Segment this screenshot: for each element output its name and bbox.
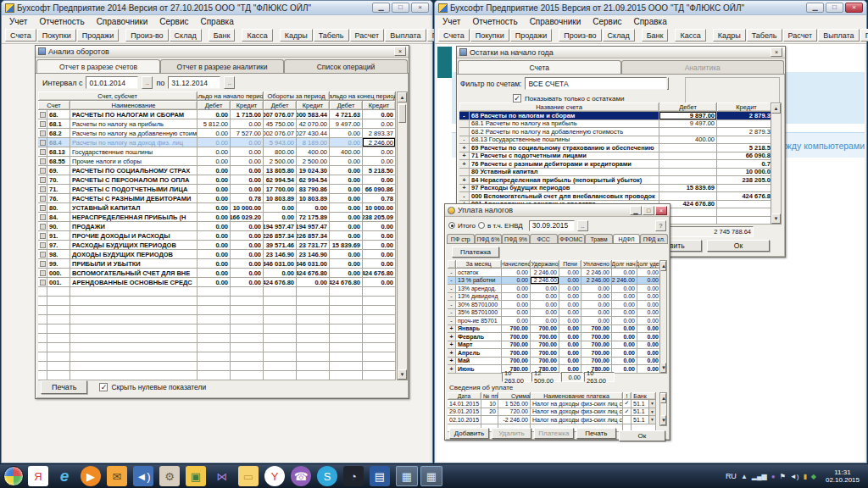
table-row[interactable]: -68.13 Государственные пошлины400.00 [459, 136, 776, 145]
period-date-input[interactable]: 30.09.2015 [529, 220, 575, 231]
table-row[interactable]: 99.ПРИБЫЛИ И УБЫТКИ0.000.00346 031.00346… [38, 259, 397, 269]
close-icon[interactable]: × [394, 47, 406, 56]
table-row[interactable]: 68.4Расчеты по налогу на доход физ. лиц0… [38, 138, 397, 147]
row-expander[interactable]: + [448, 358, 456, 366]
hide-zero-checkbox[interactable]: ✓ [99, 383, 108, 391]
tab-ПФ стр[interactable]: ПФ стр [447, 234, 475, 243]
delete-button[interactable]: Удалить [492, 428, 531, 439]
row-expander[interactable]: + [448, 333, 456, 341]
table-row[interactable]: -проч-ие 857010.000.000.000.000.000.00 [448, 317, 661, 325]
scroll-down-icon[interactable]: ▼ [771, 214, 781, 224]
toolbar-button[interactable]: Табель [314, 29, 349, 42]
toolbar-button[interactable]: Выплата [818, 29, 859, 42]
row-expander[interactable] [38, 222, 47, 231]
menu-item[interactable]: Справка [627, 17, 672, 26]
accounts-filter-select[interactable]: ВСЕ СЧЕТА [525, 77, 667, 90]
tab-analytics-report[interactable]: Отчет в разрезе аналитики [160, 59, 284, 73]
table-row[interactable]: -13 % работни0.002 246.000.002 246.00-2 … [448, 277, 661, 286]
row-expander[interactable]: + [459, 160, 470, 169]
toolbar-button[interactable]: Выплата [385, 29, 426, 42]
row-expander[interactable]: - [448, 269, 456, 277]
buhsoft-2014-taskbar-button[interactable]: ▦ [396, 466, 418, 486]
network-icon[interactable]: ▂▄▆ [752, 473, 767, 480]
folder-shield-icon[interactable]: ▣ [186, 466, 206, 486]
volume-mixer-icon[interactable]: ◄) [133, 466, 153, 486]
scroll-down-icon[interactable]: ▼ [660, 363, 666, 373]
add-button[interactable]: Добавить [449, 428, 489, 439]
row-expander[interactable] [38, 250, 47, 259]
tab-НДФЛ[interactable]: НДФЛ [613, 234, 641, 243]
dialog-titlebar[interactable]: Уплата налогов ▁ □ × [445, 204, 670, 217]
row-expander[interactable]: + [459, 144, 470, 152]
table-row[interactable]: 000.ВСПОМОГАТЕЛЬНЫЙ СЧЕТ ДЛЯ ВНЕ0.000.00… [38, 269, 397, 278]
row-expander[interactable] [38, 259, 47, 269]
toolbar-button[interactable]: Счета [438, 29, 470, 42]
menu-item[interactable]: Отчетность [33, 17, 90, 26]
toolbar-button[interactable]: Банк [642, 29, 669, 42]
chevron-down-icon[interactable]: ▼ [648, 416, 655, 424]
table-row[interactable]: +Апрель700.00700.000.00700.000.000.00 [448, 349, 661, 358]
minimize-button[interactable]: ▁ [630, 206, 642, 215]
table-row[interactable]: +97 Расходы будущих периодов15 839.69 [459, 185, 776, 193]
toolbar-button[interactable]: Банк [209, 29, 236, 42]
row-expander[interactable]: + [448, 365, 456, 374]
table-row[interactable]: 97.РАСХОДЫ БУДУЩИХ ПЕРИОДОВ0.000.0039 57… [38, 241, 397, 250]
minimize-button[interactable]: ▁ [372, 3, 390, 13]
row-expander[interactable]: - [459, 136, 470, 145]
toolbar-button[interactable]: Склад [170, 29, 202, 42]
tab-ПФД 9%[interactable]: ПФД 9% [502, 234, 530, 243]
minimize-button[interactable]: ▁ [806, 3, 824, 13]
table-row[interactable]: 71.РАСЧЕТЫ С ПОДОТЧЕТНЫМИ ЛИЦА0.000.0017… [38, 185, 397, 194]
tab-accounts[interactable]: Счета [458, 60, 621, 74]
close-button[interactable]: × [655, 206, 667, 215]
row-expander[interactable] [38, 278, 47, 287]
battery-icon[interactable]: ▮ [803, 473, 806, 480]
tab-operations-list[interactable]: Список операций [284, 59, 408, 73]
menu-item[interactable]: Справка [194, 17, 239, 26]
window-titlebar[interactable]: Бухсофт Предприятие 2015 Версия от 21.09… [435, 1, 866, 15]
bank-select[interactable]: 51.1▼ [632, 400, 656, 408]
table-row[interactable]: +Февраль700.00700.000.00700.000.000.00 [448, 333, 661, 341]
table-row[interactable]: 70.РАСЧЕТЫ С ПЕРСОНАЛОМ ПО ОПЛА0.000.006… [38, 175, 397, 185]
row-expander[interactable] [38, 194, 47, 203]
scroll-thumb[interactable] [398, 104, 406, 123]
total-radio[interactable] [448, 222, 455, 229]
buhsoft-2015-taskbar-button[interactable]: ▦ [420, 466, 442, 486]
paid-checkbox[interactable] [623, 416, 632, 424]
start-button[interactable] [3, 466, 24, 486]
date-from-input[interactable]: 01.01.2014 [86, 76, 138, 89]
table-row[interactable]: +76 Расчеты с разными дебиторами и креди… [459, 160, 776, 169]
row-expander[interactable] [459, 169, 470, 177]
scroll-up-icon[interactable]: ▲ [771, 103, 781, 114]
table-row[interactable]: 76.РАСЧЕТЫ С РАЗНЫМИ ДЕБИТОРАМИ0.000.781… [38, 194, 397, 203]
menu-item[interactable]: Отчетность [466, 17, 523, 26]
payment-order-button-2[interactable]: Платежка [534, 428, 574, 439]
close-button[interactable]: × [411, 3, 429, 13]
dialog-titlebar[interactable]: Остатки на начало года × [457, 47, 785, 58]
row-expander[interactable]: - [448, 277, 456, 286]
menu-item[interactable]: Сервис [153, 17, 194, 26]
vertical-scrollbar[interactable]: ▲ ▼ [659, 392, 667, 426]
print-button[interactable]: Печать [41, 380, 87, 394]
antivirus-icon[interactable]: ◆ [811, 473, 816, 480]
only-balances-checkbox[interactable]: ✓ [513, 94, 521, 103]
row-expander[interactable] [459, 128, 470, 136]
date-from-picker-button[interactable]: .. [142, 76, 153, 89]
clock[interactable]: 11:31 02.10.2015 [821, 469, 865, 484]
date-to-picker-button[interactable]: .. [224, 76, 235, 89]
row-expander[interactable]: + [448, 325, 456, 334]
toolbar-button[interactable]: Счета [5, 29, 36, 42]
explorer-folder-icon[interactable]: ▭ [238, 466, 259, 486]
scroll-up-icon[interactable]: ▲ [398, 92, 407, 103]
toolbar-button[interactable]: Табель [747, 29, 782, 42]
dialog-titlebar[interactable]: Анализ оборотов × [36, 46, 409, 58]
ok-button[interactable]: Ок [619, 430, 665, 441]
toolbar-button[interactable]: Платежи [860, 29, 868, 42]
tab-accounts-report[interactable]: Отчет в разрезе счетов [36, 59, 160, 73]
tab-ПФД кл.[interactable]: ПФД кл. [640, 234, 668, 243]
row-expander[interactable] [38, 269, 47, 278]
tab-ПФД 6%[interactable]: ПФД 6% [475, 234, 503, 243]
maximize-button[interactable]: □ [643, 206, 654, 215]
bow-app-icon[interactable]: ⋈ [212, 466, 232, 486]
row-expander[interactable]: - [448, 293, 456, 302]
